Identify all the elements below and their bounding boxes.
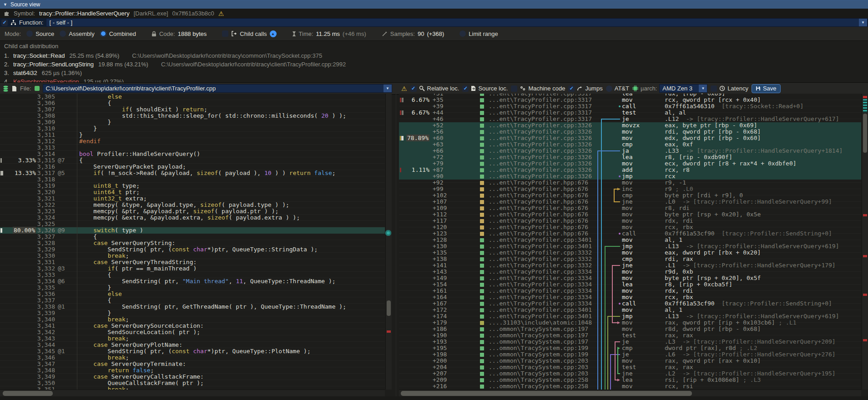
scroll-sync-grip[interactable] (385, 230, 391, 236)
relative-loc-checkbox[interactable]: ✓ (410, 85, 417, 92)
asm-row[interactable]: +99...ent\TracyProfiler.hpp:676incr9 ; .… (399, 186, 861, 192)
asm-source-location[interactable]: ...ent\TracyProfiler.cpp:3334 (489, 288, 592, 294)
asm-row[interactable]: +141...ent\TracyProfiler.cpp:3332jne.L1 … (399, 262, 861, 269)
asm-source-location[interactable]: ...ent\TracyProfiler.cpp:3334 (489, 269, 592, 275)
source-line[interactable]: 3,344 case ServerQueryPlotName: (0, 342, 385, 348)
asm-row[interactable]: +130...ent\TracyProfiler.cpp:3401jmp.L13… (399, 243, 861, 250)
source-line[interactable]: 3,331 case ServerQueryThreadString: (0, 259, 385, 265)
radio-icon[interactable] (100, 30, 106, 37)
source-line[interactable]: 3,340 break; (0, 316, 385, 323)
asm-row[interactable]: +117...ent\TracyProfiler.hpp:676movrdx, … (399, 218, 861, 224)
asm-source-location[interactable]: ...ent\TracyProfiler.cpp:3332 (489, 256, 592, 262)
source-line[interactable]: 3,310 } (0, 125, 385, 132)
source-loc-toggle[interactable]: ✓ Source loc. (462, 85, 508, 92)
asm-row[interactable]: +63...ent\TracyProfiler.cpp:3326cmpeax, … (399, 141, 861, 148)
asm-source-location[interactable]: ...ent\TracyProfiler.hpp:676 (489, 218, 588, 224)
source-line[interactable]: 3,347 case ServerQueryTerminate: (0, 361, 385, 367)
asm-source-location[interactable]: ...ent\TracyProfiler.cpp:3401 (489, 307, 592, 313)
child-call-item[interactable]: 4.KeSynchronizeExecution125 µs (0.27%) (4, 77, 868, 82)
chevron-down-icon[interactable]: ▼ (859, 19, 867, 26)
limit-range-toggle[interactable]: Limit range (459, 30, 498, 37)
asm-row[interactable]: +204...ommon\TracySystem.cpp:203testrax,… (399, 364, 861, 370)
asm-row[interactable]: +72...ent\TracyProfiler.cpp:3326lear8, [… (399, 154, 861, 160)
asm-source-location[interactable]: ...ommon\TracySystem.cpp:258 (489, 377, 588, 383)
asm-row[interactable]: +56...ent\TracyProfiler.cpp:3326movrdi, … (399, 129, 861, 135)
source-line[interactable]: 3,319 uint8_t type; (0, 183, 385, 189)
scrollbar-thumb[interactable] (387, 300, 391, 316)
asm-source-location[interactable]: ...ent\TracyProfiler.cpp:3334 (489, 300, 592, 307)
source-line[interactable]: 3,332@3 if( ptr == m_mainThread ) (0, 265, 385, 272)
pane-splitter[interactable] (396, 94, 396, 400)
jumps-toggle[interactable]: ✓ Jumps (568, 85, 602, 92)
source-loc-checkbox[interactable]: ✓ (462, 85, 469, 92)
asm-source-location[interactable]: ...ommon\TracySystem.cpp:197 (489, 326, 588, 332)
asm-row[interactable]: +90...ent\TracyProfiler.cpp:3326jmprcx (399, 173, 861, 180)
source-line[interactable]: 3,351 break; (0, 386, 385, 390)
source-line[interactable]: 3,345@1 SendString( ptr, (const char*)pt… (0, 348, 385, 355)
asm-source-location[interactable]: ...ent\TracyProfiler.hpp:676 (489, 192, 588, 199)
asm-row[interactable]: +154...ent\TracyProfiler.cpp:3334lear8, … (399, 281, 861, 288)
asm-row[interactable]: +128...ent\TracyProfiler.cpp:3401moval, … (399, 237, 861, 243)
asm-row[interactable]: +216...ommon\TracySystem.cpp:258movrcx, … (399, 383, 861, 390)
asm-source-location[interactable]: ...ommon\TracySystem.cpp:258 (489, 383, 588, 390)
child-calls-checkbox[interactable] (222, 30, 228, 37)
asm-row[interactable]: +149...ent\TracyProfiler.cpp:3334movbyte… (399, 275, 861, 281)
asm-row[interactable]: +179....31103\include\atomic:1048movrax,… (399, 320, 861, 326)
asm-row[interactable]: +200...ommon\TracySystem.cpp:203movrax, … (399, 358, 861, 364)
source-line[interactable]: 3,318 (0, 176, 385, 183)
source-line[interactable]: 3,342 SendSourceLocation( ptr ); (0, 329, 385, 335)
asm-row[interactable]: +79...ent\TracyProfiler.cpp:3326movecx, … (399, 160, 861, 167)
save-button[interactable]: Save (752, 84, 781, 93)
source-line[interactable]: 3,333 { (0, 272, 385, 278)
asm-source-location[interactable]: ...ent\TracyProfiler.cpp:3326 (489, 129, 592, 135)
asm-source-location[interactable]: ...ent\TracyProfiler.cpp:3326 (489, 154, 592, 160)
source-line[interactable]: 3,346 break; (0, 355, 385, 361)
att-toggle[interactable]: AT&T (606, 85, 629, 92)
asm-source-location[interactable]: ...ent\TracyProfiler.hpp:676 (489, 211, 588, 218)
asm-source-location[interactable]: ....31103\include\atomic:1048 (489, 320, 592, 326)
source-line[interactable]: 3,324 memcpy( &extra, &payload.extra, si… (0, 215, 385, 221)
asm-row[interactable]: +46...ent\TracyProfiler.cpp:3317je.L12 -… (399, 116, 861, 122)
asm-source-location[interactable]: ...ommon\TracySystem.cpp:199 (489, 345, 588, 351)
chevron-down-icon[interactable]: ▼ (699, 85, 707, 92)
collapse-up-button[interactable]: ▲ (270, 30, 277, 37)
source-line[interactable]: 3,305 else (0, 94, 385, 100)
asm-row[interactable]: +164...ent\TracyProfiler.cpp:3334movrcx,… (399, 294, 861, 300)
source-line[interactable]: 3,321 uint32_t extra; (0, 195, 385, 202)
asm-source-location[interactable]: ...ent\TracyProfiler.cpp:3317 (489, 97, 592, 103)
asm-source-location[interactable]: ...ent\TracyProfiler.cpp:3334 (489, 281, 592, 288)
asm-source-location[interactable]: ...ent\TracyProfiler.cpp:3326 (489, 135, 592, 141)
asm-row[interactable]: 1.11%+87...ent\TracyProfiler.cpp:3326add… (399, 167, 861, 173)
source-line[interactable]: 3,329 SendString( ptr, (const char*)ptr,… (0, 246, 385, 253)
asm-row[interactable]: +112...ent\TracyProfiler.hpp:676movbyte … (399, 211, 861, 218)
source-line[interactable]: 3,312#endif (0, 138, 385, 145)
child-calls-toggle[interactable]: Child calls ▲ (222, 30, 276, 37)
asm-source-location[interactable]: ...ent\TracyProfiler.cpp:3326 (489, 173, 592, 180)
source-line[interactable]: 80.00%3,326@9 switch( type ) (0, 227, 385, 234)
child-call-item[interactable]: 2.tracy::Profiler::SendLongString19.88 m… (4, 60, 868, 69)
asm-row[interactable]: +193...ommon\TracySystem.cpp:197je.L3 ->… (399, 339, 861, 345)
asm-row[interactable]: 6.67%+35...ent\TracyProfiler.cpp:3317mov… (399, 97, 861, 103)
asm-source-location[interactable]: ...ent\TracyProfiler.hpp:676 (489, 205, 588, 211)
asm-source-location[interactable]: ...ent\TracyProfiler.hpp:676 (489, 180, 588, 186)
asm-source-location[interactable]: ...ent\TracyProfiler.cpp:3401 (489, 313, 592, 320)
relative-loc-toggle[interactable]: ✓ Relative loc. (410, 85, 459, 92)
asm-source-location[interactable]: ...ent\TracyProfiler.cpp:3326 (489, 167, 592, 173)
asm-source-location[interactable]: ...ent\TracyProfiler.cpp:3326 (489, 148, 592, 154)
scrollbar-thumb[interactable] (401, 391, 692, 396)
source-line[interactable]: 3,316 ServerQueryPacket payload; (0, 164, 385, 170)
source-horizontal-scrollbar[interactable] (0, 390, 385, 397)
asm-row[interactable]: +161...ent\TracyProfiler.cpp:3334movrdx,… (399, 288, 861, 294)
source-line[interactable]: 3,337 { (0, 297, 385, 304)
asm-row[interactable]: +167...ent\TracyProfiler.cpp:3334call0x7… (399, 300, 861, 307)
asm-source-location[interactable]: ...ent\TracyProfiler.cpp:3326 (489, 141, 592, 148)
asm-row[interactable]: +186...ommon\TracySystem.cpp:197movr8d, … (399, 326, 861, 332)
scrollbar-thumb[interactable] (863, 114, 867, 153)
source-line[interactable]: 3,325 (0, 221, 385, 227)
source-line[interactable]: 3,336 else (0, 291, 385, 297)
asm-row[interactable]: 78.89%+60...ent\TracyProfiler.cpp:3326mo… (399, 135, 861, 141)
asm-source-location[interactable]: ...ent\TracyProfiler.cpp:3317 (489, 116, 592, 122)
asm-source-location[interactable]: ...ommon\TracySystem.cpp:197 (489, 332, 588, 339)
assembly-horizontal-scrollbar[interactable] (399, 390, 861, 397)
asm-source-location[interactable]: ...ent\TracyProfiler.cpp:3334 (489, 275, 592, 281)
